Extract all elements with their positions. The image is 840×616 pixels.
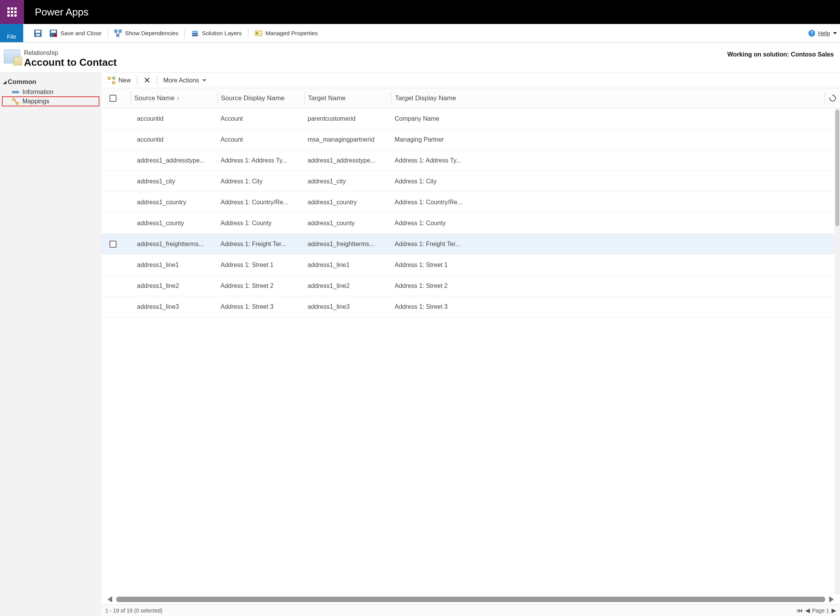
- svg-rect-10: [192, 34, 198, 36]
- grid-header: Source Name ↑ Source Display Name Target…: [101, 88, 840, 108]
- status-bar: 1 - 19 of 19 (0 selected) ⏮ ◀ Page 1 ▶: [101, 604, 840, 616]
- nav-group-label: Common: [8, 78, 36, 86]
- table-row[interactable]: address1_cityAddress 1: Cityaddress1_cit…: [101, 171, 840, 192]
- column-label: Target Display Name: [395, 94, 456, 102]
- nav-item-mappings[interactable]: Mappings: [2, 97, 99, 106]
- app-launcher-button[interactable]: [0, 0, 24, 24]
- cell-target-name: address1_country: [305, 199, 392, 206]
- help-label: elp: [822, 30, 830, 36]
- row-checkbox-cell[interactable]: [101, 241, 125, 248]
- svg-rect-2: [36, 34, 40, 36]
- cell-target-display: Address 1: County: [392, 220, 474, 227]
- help-icon: ?: [808, 29, 816, 37]
- cell-source-name: accountid: [131, 136, 217, 143]
- solution-layers-button[interactable]: Solution Layers: [187, 24, 246, 42]
- toolbar-separator: [137, 76, 137, 85]
- new-mapping-icon: [108, 77, 115, 84]
- record-range-label: 1 - 19 of 19 (0 selected): [105, 607, 163, 614]
- ribbon: File Save and Close Show Dependencies So…: [0, 24, 840, 43]
- table-row[interactable]: address1_line3Address 1: Street 3address…: [101, 296, 840, 317]
- more-actions-label: More Actions: [163, 77, 199, 84]
- cell-source-display: Address 1: County: [217, 220, 305, 227]
- cell-target-display: Address 1: City: [392, 178, 474, 185]
- scroll-right-button[interactable]: [829, 596, 834, 602]
- delete-button[interactable]: ✕: [139, 73, 155, 88]
- refresh-button[interactable]: [825, 92, 840, 104]
- column-source-name[interactable]: Source Name ↑: [131, 92, 217, 104]
- body: ◢ Common Information Mappings New: [0, 73, 840, 616]
- column-source-display[interactable]: Source Display Name: [217, 92, 305, 104]
- cell-target-name: address1_addresstype...: [305, 157, 392, 164]
- help-dropdown-icon[interactable]: [833, 32, 837, 34]
- dependencies-icon: [114, 29, 122, 37]
- page-number-label: Page 1: [812, 607, 829, 614]
- cell-source-name: accountid: [131, 115, 217, 122]
- cell-target-name: parentcustomerid: [305, 115, 392, 122]
- column-target-display[interactable]: Target Display Name: [392, 92, 474, 104]
- cell-source-display: Address 1: Street 1: [217, 262, 305, 269]
- svg-rect-21: [113, 81, 115, 84]
- managed-properties-label: Managed Properties: [265, 30, 318, 36]
- table-row[interactable]: address1_countyAddress 1: Countyaddress1…: [101, 213, 840, 234]
- svg-rect-7: [116, 34, 119, 36]
- waffle-icon: [7, 7, 17, 17]
- next-page-button[interactable]: ▶: [831, 607, 836, 614]
- save-and-close-button[interactable]: Save and Close: [46, 24, 105, 42]
- table-row[interactable]: address1_line1Address 1: Street 1address…: [101, 255, 840, 275]
- cell-target-name: address1_line3: [305, 303, 392, 310]
- select-all-cell[interactable]: [101, 95, 125, 102]
- table-row[interactable]: accountidAccountparentcustomeridCompany …: [101, 108, 840, 129]
- cell-source-name: address1_city: [131, 178, 217, 185]
- show-dependencies-button[interactable]: Show Dependencies: [110, 24, 182, 42]
- save-button[interactable]: [30, 24, 46, 42]
- column-target-name[interactable]: Target Name: [305, 92, 392, 104]
- nav-group-common[interactable]: ◢ Common: [2, 77, 99, 87]
- global-header: Power Apps: [0, 0, 840, 24]
- help-link[interactable]: Help: [818, 30, 830, 36]
- cell-source-name: address1_line1: [131, 262, 217, 269]
- new-button-label: New: [118, 77, 131, 84]
- cell-target-name: address1_city: [305, 178, 392, 185]
- cell-source-name: address1_county: [131, 220, 217, 227]
- cell-target-name: address1_freightterms...: [305, 241, 392, 248]
- collapse-icon: ◢: [3, 80, 6, 85]
- table-row[interactable]: accountidAccountmsa_managingpartneridMan…: [101, 129, 840, 150]
- cell-target-display: Address 1: Street 1: [392, 262, 474, 269]
- nav-item-label: Information: [22, 89, 53, 96]
- cell-target-display: Address 1: Street 2: [392, 282, 474, 289]
- managed-properties-button[interactable]: Managed Properties: [251, 24, 322, 42]
- file-menu-button[interactable]: File: [0, 24, 23, 42]
- cell-source-display: Address 1: Address Ty...: [217, 157, 305, 164]
- nav-item-information[interactable]: Information: [2, 87, 99, 97]
- table-row[interactable]: address1_freightterms...Address 1: Freig…: [101, 234, 840, 255]
- table-row[interactable]: address1_addresstype...Address 1: Addres…: [101, 150, 840, 171]
- cell-target-display: Address 1: Address Ty...: [392, 157, 474, 164]
- table-row[interactable]: address1_line2Address 1: Street 2address…: [101, 275, 840, 296]
- save-and-close-label: Save and Close: [60, 30, 101, 36]
- pager: ⏮ ◀ Page 1 ▶: [797, 607, 836, 614]
- grid-body[interactable]: accountidAccountparentcustomeridCompany …: [101, 108, 840, 594]
- table-row[interactable]: address1_countryAddress 1: Country/Re...…: [101, 192, 840, 213]
- show-dependencies-label: Show Dependencies: [125, 30, 178, 36]
- svg-rect-5: [115, 30, 117, 32]
- horizontal-scrollbar[interactable]: [101, 594, 840, 604]
- ribbon-separator: [108, 28, 108, 38]
- row-checkbox[interactable]: [109, 241, 116, 248]
- working-solution-label: Working on solution: Contoso Sales: [727, 50, 836, 58]
- svg-rect-9: [192, 33, 198, 34]
- sort-asc-icon: ↑: [177, 95, 180, 101]
- vertical-scrollbar[interactable]: [835, 108, 840, 594]
- horizontal-scroll-track[interactable]: [116, 597, 825, 602]
- ribbon-items: Save and Close Show Dependencies Solutio…: [23, 24, 808, 42]
- solution-layers-label: Solution Layers: [202, 30, 242, 36]
- cell-target-display: Managing Partner: [392, 136, 474, 143]
- scroll-left-button[interactable]: [108, 596, 112, 602]
- svg-point-12: [256, 32, 258, 34]
- prev-page-button[interactable]: ◀: [805, 607, 810, 614]
- cell-target-display: Company Name: [392, 115, 474, 122]
- more-actions-button[interactable]: More Actions: [159, 73, 210, 88]
- select-all-checkbox[interactable]: [109, 95, 116, 102]
- new-button[interactable]: New: [103, 73, 135, 88]
- vertical-scroll-thumb[interactable]: [835, 110, 839, 226]
- first-page-button[interactable]: ⏮: [797, 607, 803, 614]
